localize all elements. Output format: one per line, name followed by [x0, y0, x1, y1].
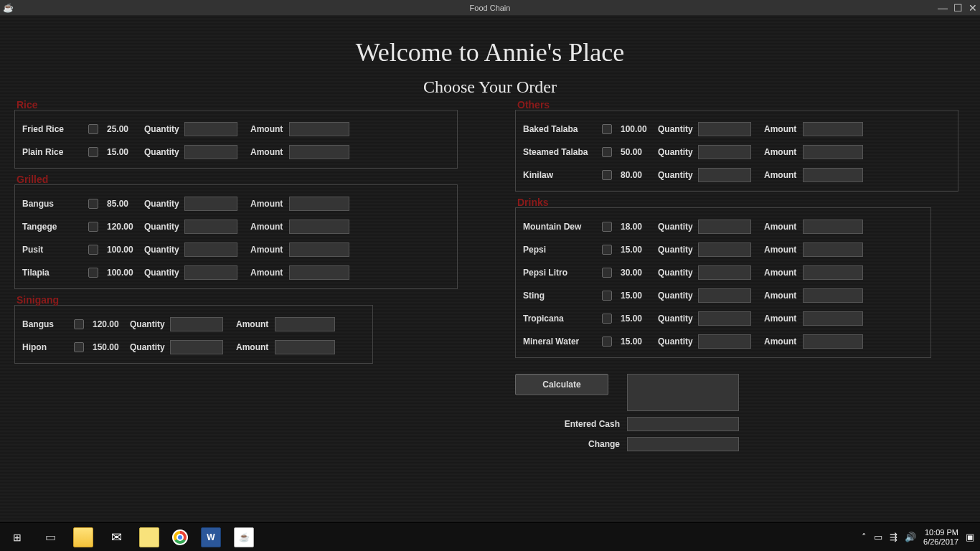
amount-input[interactable]	[803, 145, 863, 159]
mail-icon[interactable]: ✉	[106, 527, 126, 547]
calculate-button[interactable]: Calculate	[515, 374, 608, 395]
minimize-icon[interactable]: —	[938, 2, 948, 14]
item-price: 120.00	[88, 319, 130, 329]
checkbox-plain-rice[interactable]	[88, 147, 98, 157]
amount-input[interactable]	[289, 145, 349, 159]
battery-icon[interactable]: ▭	[874, 532, 882, 542]
tray-chevron-icon[interactable]: ˄	[862, 532, 867, 542]
checkbox-pepsi-litro[interactable]	[602, 268, 612, 278]
clock-time: 10:09 PM	[923, 528, 958, 537]
checkbox-mineral-water[interactable]	[602, 336, 612, 347]
quantity-input[interactable]	[698, 265, 751, 280]
amount-input[interactable]	[289, 242, 349, 257]
quantity-input[interactable]	[184, 122, 237, 136]
quantity-input[interactable]	[698, 242, 751, 257]
amount-input[interactable]	[803, 334, 863, 349]
quantity-input[interactable]	[184, 220, 237, 234]
clock-date: 6/26/2017	[923, 537, 958, 547]
sticky-notes-icon[interactable]	[139, 527, 159, 547]
amount-input[interactable]	[803, 311, 863, 326]
checkbox-tangege[interactable]	[88, 222, 98, 232]
change-output[interactable]	[627, 437, 739, 451]
quantity-input[interactable]	[170, 317, 223, 331]
item-price: 150.00	[88, 342, 130, 352]
quantity-label: Quantity	[144, 222, 184, 232]
amount-input[interactable]	[803, 168, 863, 182]
task-view-icon[interactable]: ▭	[40, 527, 60, 547]
amount-input[interactable]	[803, 242, 863, 257]
amount-input[interactable]	[803, 122, 863, 136]
quantity-input[interactable]	[184, 145, 237, 159]
checkbox-bangus-grilled[interactable]	[88, 199, 98, 209]
amount-input[interactable]	[275, 317, 335, 331]
word-icon[interactable]: W	[201, 527, 221, 547]
checkbox-baked-talaba[interactable]	[602, 124, 612, 134]
checkbox-hipon[interactable]	[74, 342, 84, 352]
quantity-input[interactable]	[698, 122, 751, 136]
group-title-grilled: Grilled	[15, 174, 50, 185]
quantity-label: Quantity	[658, 268, 698, 278]
clock[interactable]: 10:09 PM 6/26/2017	[923, 528, 958, 546]
quantity-input[interactable]	[698, 168, 751, 182]
item-price: 80.00	[616, 170, 658, 180]
item-price: 25.00	[103, 124, 144, 134]
entered-cash-input[interactable]	[627, 417, 739, 431]
titlebar: ☕ Food Chain — ☐ ✕	[0, 0, 980, 16]
amount-input[interactable]	[289, 265, 349, 280]
quantity-label: Quantity	[658, 147, 698, 157]
quantity-input[interactable]	[184, 197, 237, 211]
volume-icon[interactable]: 🔊	[905, 532, 916, 542]
checkbox-fried-rice[interactable]	[88, 124, 98, 134]
quantity-label: Quantity	[144, 268, 184, 278]
quantity-input[interactable]	[170, 340, 223, 354]
amount-label: Amount	[236, 342, 275, 352]
checkbox-bangus-sinigang[interactable]	[74, 319, 84, 329]
checkbox-pepsi[interactable]	[602, 245, 612, 255]
quantity-input[interactable]	[698, 311, 751, 326]
quantity-input[interactable]	[698, 220, 751, 234]
close-icon[interactable]: ✕	[969, 2, 977, 14]
amount-label: Amount	[250, 147, 289, 157]
amount-label: Amount	[764, 170, 803, 180]
checkbox-steamed-talaba[interactable]	[602, 147, 612, 157]
amount-label: Amount	[764, 222, 803, 232]
checkbox-pusit[interactable]	[88, 245, 98, 255]
item-name: Fried Rice	[22, 124, 88, 134]
quantity-label: Quantity	[144, 124, 184, 134]
quantity-input[interactable]	[698, 288, 751, 303]
amount-input[interactable]	[803, 220, 863, 234]
maximize-icon[interactable]: ☐	[953, 2, 963, 14]
amount-label: Amount	[250, 124, 289, 134]
app-content: Welcome to Annie's Place Choose Your Ord…	[0, 16, 980, 522]
chrome-icon[interactable]	[172, 529, 188, 545]
amount-input[interactable]	[803, 288, 863, 303]
item-price: 15.00	[616, 291, 658, 301]
group-title-rice: Rice	[15, 99, 39, 110]
quantity-label: Quantity	[144, 147, 184, 157]
amount-input[interactable]	[803, 265, 863, 280]
checkbox-kinilaw[interactable]	[602, 170, 612, 180]
start-button[interactable]: ⊞	[0, 532, 34, 543]
checkbox-tropicana[interactable]	[602, 314, 612, 324]
java-icon[interactable]: ☕	[234, 527, 254, 547]
amount-input[interactable]	[289, 122, 349, 136]
amount-input[interactable]	[275, 340, 335, 354]
quantity-label: Quantity	[658, 336, 698, 347]
quantity-input[interactable]	[184, 242, 237, 257]
amount-input[interactable]	[289, 197, 349, 211]
checkbox-mountain-dew[interactable]	[602, 222, 612, 232]
file-explorer-icon[interactable]	[73, 527, 93, 547]
checkbox-tilapia[interactable]	[88, 268, 98, 278]
checkbox-sting[interactable]	[602, 291, 612, 301]
quantity-input[interactable]	[698, 145, 751, 159]
amount-input[interactable]	[289, 220, 349, 234]
page-title: Welcome to Annie's Place	[0, 37, 980, 67]
quantity-input[interactable]	[698, 334, 751, 349]
notifications-icon[interactable]: ▣	[966, 532, 974, 542]
wifi-icon[interactable]: ⇶	[890, 532, 897, 542]
amount-label: Amount	[764, 245, 803, 255]
item-name: Pusit	[22, 245, 88, 255]
group-rice: Rice Fried Rice25.00QuantityAmount Plain…	[14, 110, 458, 169]
quantity-label: Quantity	[658, 170, 698, 180]
quantity-input[interactable]	[184, 265, 237, 280]
